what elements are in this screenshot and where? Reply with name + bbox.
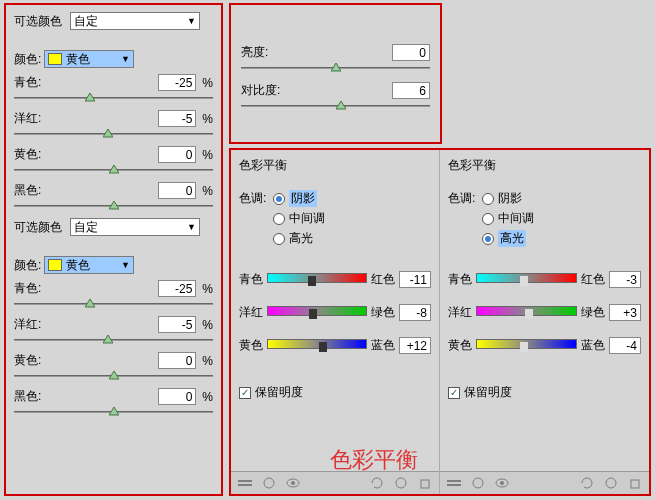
- preset-dropdown-2[interactable]: 自定▼: [70, 218, 200, 236]
- magenta-slider-2[interactable]: [14, 336, 213, 348]
- eye-icon[interactable]: [494, 476, 510, 490]
- svg-point-22: [606, 478, 616, 488]
- svg-point-19: [473, 478, 483, 488]
- cyan-input[interactable]: [158, 74, 196, 91]
- cyan-slider[interactable]: [14, 94, 213, 106]
- mg-slider[interactable]: [267, 306, 367, 320]
- svg-marker-5: [103, 335, 113, 343]
- color-dropdown-2[interactable]: 黄色▼: [44, 256, 134, 274]
- svg-rect-16: [421, 480, 429, 488]
- opt-hi: 高光: [498, 230, 526, 247]
- l-blu: 蓝色: [577, 337, 605, 354]
- svg-marker-9: [336, 101, 346, 109]
- black-slider[interactable]: [14, 202, 213, 214]
- magenta-input[interactable]: [158, 110, 196, 127]
- l-cyan: 青色: [239, 271, 267, 288]
- svg-rect-11: [238, 484, 252, 486]
- preserve-lum-check-r[interactable]: ✓: [448, 387, 460, 399]
- cyan-label: 青色:: [14, 280, 54, 297]
- panel-icons-r: [440, 471, 649, 494]
- chevron-down-icon: ▼: [121, 54, 130, 64]
- eye-icon[interactable]: [285, 476, 301, 490]
- l-red: 红色: [577, 271, 605, 288]
- preset-value: 自定: [74, 219, 98, 236]
- radio-mid[interactable]: [273, 213, 285, 225]
- yb-input[interactable]: [399, 337, 431, 354]
- svg-point-15: [396, 478, 406, 488]
- yb-input-r[interactable]: [609, 337, 641, 354]
- yellow-swatch: [48, 53, 62, 65]
- clip-icon[interactable]: [470, 476, 486, 490]
- brightness-contrast-panel: 亮度: 对比度:: [229, 3, 442, 144]
- selective-color-panel: 可选颜色 自定▼ 颜色: 黄色▼ 青色:% 洋红:% 黄色:% 黑色:% 可选颜…: [4, 3, 223, 496]
- radio-shadow-r[interactable]: [482, 193, 494, 205]
- brightness-input[interactable]: [392, 44, 430, 61]
- prev-icon[interactable]: [603, 476, 619, 490]
- selcolor-title-2: 可选颜色: [14, 219, 70, 236]
- yellow-slider[interactable]: [14, 166, 213, 178]
- cyan-slider-2[interactable]: [14, 300, 213, 312]
- opt-mid: 中间调: [498, 210, 534, 227]
- yellow-slider-2[interactable]: [14, 372, 213, 384]
- reset-icon[interactable]: [369, 476, 385, 490]
- cr-slider-r[interactable]: [476, 273, 577, 287]
- magenta-slider[interactable]: [14, 130, 213, 142]
- preset-dropdown[interactable]: 自定▼: [70, 12, 200, 30]
- cb-title: 色彩平衡: [448, 157, 496, 174]
- adjustments-icon[interactable]: [237, 476, 253, 490]
- black-input-2[interactable]: [158, 388, 196, 405]
- magenta-input-2[interactable]: [158, 316, 196, 333]
- mg-input[interactable]: [399, 304, 431, 321]
- svg-marker-7: [109, 407, 119, 415]
- cr-slider[interactable]: [267, 273, 367, 287]
- contrast-input[interactable]: [392, 82, 430, 99]
- yb-slider-r[interactable]: [476, 339, 577, 353]
- cr-input[interactable]: [399, 271, 431, 288]
- preserve-label: 保留明度: [255, 384, 303, 401]
- radio-shadow[interactable]: [273, 193, 285, 205]
- trash-icon[interactable]: [417, 476, 433, 490]
- svg-rect-23: [631, 480, 639, 488]
- trash-icon[interactable]: [627, 476, 643, 490]
- mg-slider-r[interactable]: [476, 306, 577, 320]
- contrast-slider[interactable]: [241, 102, 430, 114]
- cr-input-r[interactable]: [609, 271, 641, 288]
- black-label: 黑色:: [14, 182, 54, 199]
- chevron-down-icon: ▼: [121, 260, 130, 270]
- yellow-input[interactable]: [158, 146, 196, 163]
- tone-label: 色调:: [239, 190, 273, 207]
- l-mag: 洋红: [448, 304, 476, 321]
- color-label: 颜色:: [14, 51, 44, 68]
- svg-marker-8: [331, 63, 341, 71]
- svg-marker-6: [109, 371, 119, 379]
- yellow-input-2[interactable]: [158, 352, 196, 369]
- radio-mid-r[interactable]: [482, 213, 494, 225]
- clip-icon[interactable]: [261, 476, 277, 490]
- yb-slider[interactable]: [267, 339, 367, 353]
- magenta-label: 洋红:: [14, 110, 54, 127]
- l-cyan: 青色: [448, 271, 476, 288]
- annotation-text: 色彩平衡: [330, 445, 418, 475]
- color-value: 黄色: [66, 257, 90, 274]
- pct: %: [202, 76, 213, 90]
- radio-hi-r[interactable]: [482, 233, 494, 245]
- prev-icon[interactable]: [393, 476, 409, 490]
- color-dropdown[interactable]: 黄色▼: [44, 50, 134, 68]
- black-input[interactable]: [158, 182, 196, 199]
- magenta-label: 洋红:: [14, 316, 54, 333]
- svg-marker-1: [103, 129, 113, 137]
- reset-icon[interactable]: [579, 476, 595, 490]
- color-label-2: 颜色:: [14, 257, 44, 274]
- radio-hi[interactable]: [273, 233, 285, 245]
- cyan-input-2[interactable]: [158, 280, 196, 297]
- black-slider-2[interactable]: [14, 408, 213, 420]
- chevron-down-icon: ▼: [187, 16, 196, 26]
- brightness-slider[interactable]: [241, 64, 430, 76]
- l-yel: 黄色: [448, 337, 476, 354]
- color-balance-left: 色彩平衡 色调:阴影 中间调 高光 青色红色 洋红绿色 黄色蓝色 ✓保留明度: [231, 150, 440, 494]
- opt-hi: 高光: [289, 230, 313, 247]
- adjustments-icon[interactable]: [446, 476, 462, 490]
- mg-input-r[interactable]: [609, 304, 641, 321]
- preserve-lum-check[interactable]: ✓: [239, 387, 251, 399]
- opt-shadow: 阴影: [289, 190, 317, 207]
